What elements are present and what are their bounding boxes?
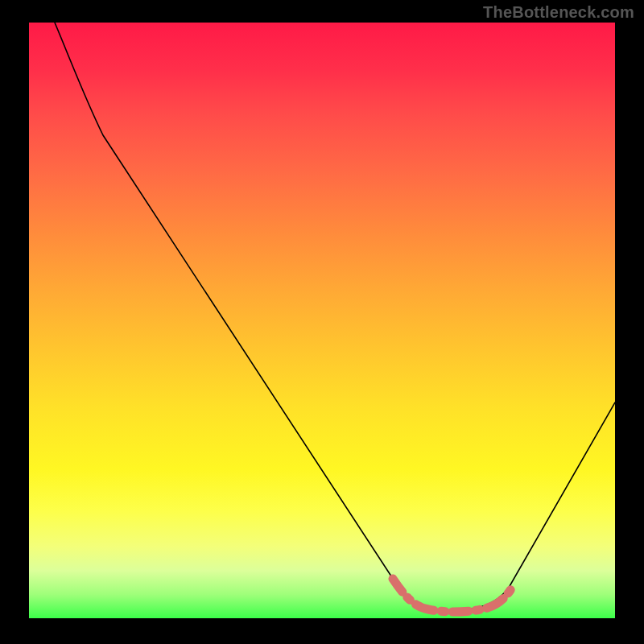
curve-line <box>55 23 615 611</box>
bottleneck-curve <box>29 23 615 618</box>
plot-area <box>29 23 615 618</box>
chart-frame: TheBottleneck.com <box>0 0 644 644</box>
optimal-range-marker <box>393 579 512 612</box>
watermark-text: TheBottleneck.com <box>483 3 634 22</box>
